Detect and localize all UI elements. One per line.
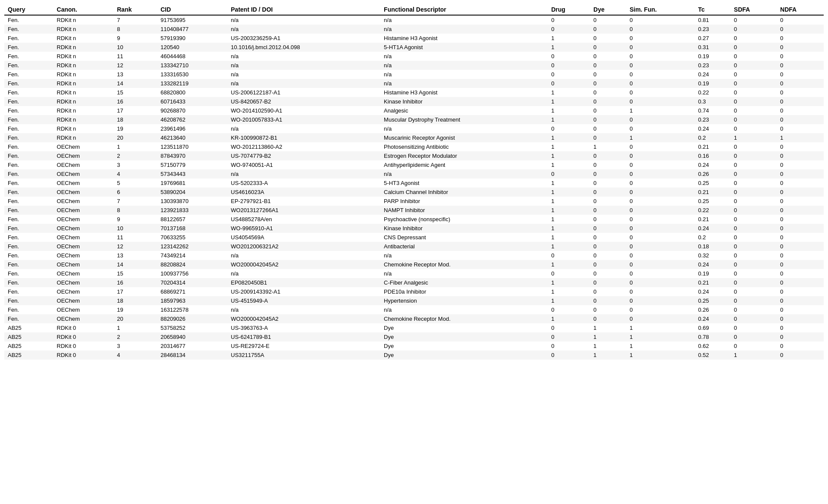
table-cell-r33-c1: OEChem xyxy=(53,314,114,323)
table-cell-r29-c9: 0.21 xyxy=(695,278,731,287)
table-cell-r19-c2: 6 xyxy=(113,188,157,197)
table-cell-r24-c9: 0.2 xyxy=(695,233,731,242)
table-cell-r27-c0: Fen. xyxy=(4,260,53,269)
table-cell-r19-c11: 0 xyxy=(777,188,824,197)
table-cell-r1-c10: 0 xyxy=(731,25,777,34)
table-cell-r2-c2: 9 xyxy=(113,34,157,43)
table-cell-r31-c9: 0.25 xyxy=(695,296,731,305)
table-cell-r12-c8: 0 xyxy=(626,124,695,133)
table-cell-r11-c2: 18 xyxy=(113,115,157,124)
table-cell-r1-c5: n/a xyxy=(380,25,548,34)
table-cell-r14-c2: 1 xyxy=(113,142,157,151)
table-cell-r18-c7: 0 xyxy=(590,178,626,188)
table-cell-r3-c6: 1 xyxy=(548,43,590,52)
table-cell-r26-c5: n/a xyxy=(380,251,548,260)
table-cell-r4-c10: 0 xyxy=(731,52,777,61)
table-cell-r15-c7: 0 xyxy=(590,151,626,160)
table-cell-r32-c9: 0.26 xyxy=(695,305,731,314)
table-cell-r33-c8: 0 xyxy=(626,314,695,323)
table-cell-r0-c1: RDKit n xyxy=(53,15,114,25)
table-cell-r25-c11: 0 xyxy=(777,242,824,251)
table-cell-r20-c1: OEChem xyxy=(53,197,114,206)
table-cell-r27-c10: 0 xyxy=(731,260,777,269)
table-cell-r13-c2: 20 xyxy=(113,133,157,142)
table-row: Fen.RDKit n1923961496n/an/a0000.2400 xyxy=(4,124,824,133)
table-cell-r30-c0: Fen. xyxy=(4,287,53,296)
table-cell-r15-c0: Fen. xyxy=(4,151,53,160)
table-cell-r35-c2: 2 xyxy=(113,332,157,341)
table-cell-r8-c0: Fen. xyxy=(4,88,53,97)
table-cell-r25-c10: 0 xyxy=(731,242,777,251)
table-cell-r4-c2: 11 xyxy=(113,52,157,61)
column-header-cid: CID xyxy=(157,4,227,15)
table-cell-r24-c3: 70633255 xyxy=(157,233,227,242)
table-cell-r11-c8: 0 xyxy=(626,115,695,124)
table-cell-r6-c5: n/a xyxy=(380,70,548,79)
table-cell-r9-c2: 16 xyxy=(113,97,157,106)
table-cell-r26-c8: 0 xyxy=(626,251,695,260)
table-cell-r6-c9: 0.24 xyxy=(695,70,731,79)
table-cell-r1-c6: 0 xyxy=(548,25,590,34)
table-cell-r36-c8: 1 xyxy=(626,341,695,351)
table-cell-r8-c9: 0.22 xyxy=(695,88,731,97)
table-cell-r25-c0: Fen. xyxy=(4,242,53,251)
table-cell-r31-c10: 0 xyxy=(731,296,777,305)
main-container: QueryCanon.RankCIDPatent ID / DOIFunctio… xyxy=(0,0,828,364)
table-cell-r0-c8: 0 xyxy=(626,15,695,25)
column-header-sim--fun-: Sim. Fun. xyxy=(626,4,695,15)
table-cell-r16-c8: 0 xyxy=(626,160,695,169)
table-cell-r33-c4: WO2000042045A2 xyxy=(227,314,380,323)
table-cell-r5-c5: n/a xyxy=(380,61,548,70)
column-header-rank: Rank xyxy=(113,4,157,15)
table-cell-r7-c3: 133282119 xyxy=(157,79,227,88)
table-cell-r18-c4: US-5202333-A xyxy=(227,178,380,188)
table-cell-r28-c2: 15 xyxy=(113,269,157,278)
column-header-query: Query xyxy=(4,4,53,15)
table-cell-r33-c7: 0 xyxy=(590,314,626,323)
table-cell-r19-c6: 1 xyxy=(548,188,590,197)
table-cell-r25-c6: 1 xyxy=(548,242,590,251)
table-cell-r0-c5: n/a xyxy=(380,15,548,25)
table-cell-r31-c0: Fen. xyxy=(4,296,53,305)
table-cell-r28-c3: 100937756 xyxy=(157,269,227,278)
table-cell-r28-c8: 0 xyxy=(626,269,695,278)
table-cell-r20-c10: 0 xyxy=(731,197,777,206)
table-cell-r15-c3: 87843970 xyxy=(157,151,227,160)
table-cell-r10-c7: 0 xyxy=(590,106,626,115)
table-cell-r26-c7: 0 xyxy=(590,251,626,260)
table-cell-r36-c0: AB25 xyxy=(4,341,53,351)
table-cell-r31-c11: 0 xyxy=(777,296,824,305)
table-cell-r34-c0: AB25 xyxy=(4,323,53,332)
table-cell-r9-c4: US-8420657-B2 xyxy=(227,97,380,106)
table-cell-r20-c4: EP-2797921-B1 xyxy=(227,197,380,206)
table-cell-r9-c0: Fen. xyxy=(4,97,53,106)
table-cell-r10-c9: 0.74 xyxy=(695,106,731,115)
table-row: Fen.OEChem1123511870WO-2012113860-A2Phot… xyxy=(4,142,824,151)
table-cell-r12-c11: 0 xyxy=(777,124,824,133)
table-cell-r27-c1: OEChem xyxy=(53,260,114,269)
table-cell-r12-c7: 0 xyxy=(590,124,626,133)
table-cell-r25-c8: 0 xyxy=(626,242,695,251)
table-cell-r10-c0: Fen. xyxy=(4,106,53,115)
table-cell-r10-c3: 90268870 xyxy=(157,106,227,115)
table-row: Fen.RDKit n1660716433US-8420657-B2Kinase… xyxy=(4,97,824,106)
table-cell-r4-c5: n/a xyxy=(380,52,548,61)
column-header-ndfa: NDFA xyxy=(777,4,824,15)
table-cell-r2-c6: 1 xyxy=(548,34,590,43)
table-cell-r22-c0: Fen. xyxy=(4,215,53,224)
table-cell-r24-c7: 0 xyxy=(590,233,626,242)
table-cell-r26-c6: 0 xyxy=(548,251,590,260)
table-cell-r10-c1: RDKit n xyxy=(53,106,114,115)
table-cell-r25-c1: OEChem xyxy=(53,242,114,251)
table-cell-r10-c5: Analgesic xyxy=(380,106,548,115)
table-cell-r13-c7: 0 xyxy=(590,133,626,142)
table-cell-r24-c2: 11 xyxy=(113,233,157,242)
table-row: Fen.OEChem1818597963US-4515949-AHyperten… xyxy=(4,296,824,305)
table-row: Fen.OEChem988122657US4885278A/enPsychoac… xyxy=(4,215,824,224)
table-cell-r33-c2: 20 xyxy=(113,314,157,323)
table-cell-r37-c3: 28468134 xyxy=(157,351,227,360)
results-table: QueryCanon.RankCIDPatent ID / DOIFunctio… xyxy=(4,4,824,360)
table-cell-r3-c5: 5-HT1A Agonist xyxy=(380,43,548,52)
table-cell-r13-c10: 1 xyxy=(731,133,777,142)
table-cell-r29-c0: Fen. xyxy=(4,278,53,287)
